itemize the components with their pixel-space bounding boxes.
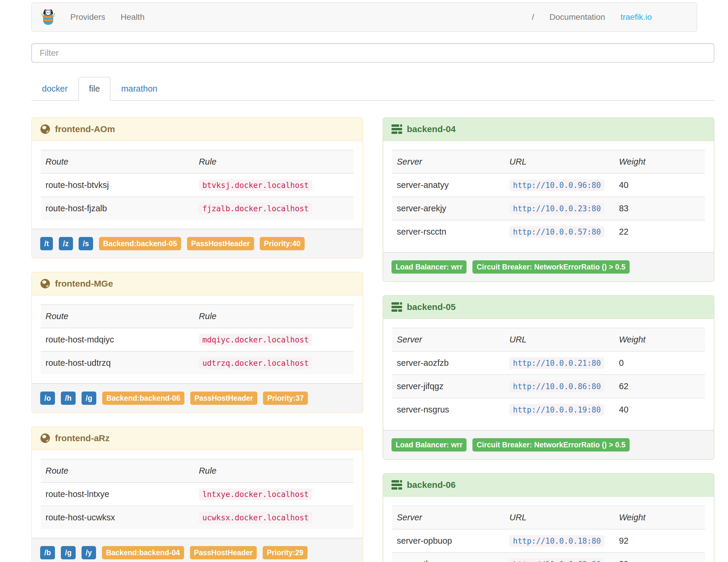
frontend-panel-heading: frontend-AOm: [32, 118, 363, 141]
tab-marathon[interactable]: marathon: [111, 77, 168, 101]
backend-badge: Backend:backend-04: [102, 546, 184, 559]
col-route: Route: [41, 305, 194, 328]
server-weight: 0: [614, 351, 705, 375]
server-weight: 22: [614, 220, 705, 243]
route-path-badge: /h: [61, 392, 76, 405]
server-weight: 29: [614, 553, 705, 562]
frontend-route-row: route-host-ucwksx ucwksx.docker.localhos…: [41, 506, 354, 529]
rule-value: mdqiyc.docker.localhost: [199, 334, 312, 346]
priority-badge: Priority:40: [260, 237, 305, 250]
traefik-site-link[interactable]: traefik.io: [620, 12, 652, 22]
tab-content: frontend-AOm Route Rule route-host-btvks…: [31, 117, 714, 562]
frontend-panel-footer: /t /z /s Backend:backend-05 PassHostHead…: [32, 229, 363, 258]
backend-server-row: server-aozfzb http://10.0.0.21:80 0: [392, 351, 705, 375]
navbar: Providers Health / Documentation traefik…: [31, 2, 697, 32]
server-tasks-icon: [391, 480, 402, 490]
route-name: route-host-fjzalb: [41, 197, 194, 220]
server-name: server-opbuop: [392, 529, 505, 553]
server-weight: 92: [614, 529, 705, 553]
col-weight: Weight: [614, 328, 705, 351]
col-url: URL: [505, 328, 614, 351]
table-header-row: Route Rule: [41, 150, 354, 173]
circuit-breaker-badge: Circuit Breaker: NetworkErrorRatio () > …: [472, 260, 630, 274]
backend-server-row: server-anatyy http://10.0.0.96:80 40: [392, 173, 705, 197]
nav-providers-link[interactable]: Providers: [70, 12, 105, 22]
server-weight: 40: [614, 173, 705, 197]
globe-icon: [40, 433, 50, 443]
priority-badge: Priority:37: [263, 392, 308, 405]
root-path-link[interactable]: /: [532, 12, 534, 22]
load-balancer-badge: Load Balancer: wrr: [391, 438, 467, 451]
backend-server-row: server-rscctn http://10.0.0.57:80 22: [392, 220, 705, 243]
route-path-badge: /g: [82, 392, 96, 405]
frontend-panel-footer: /b /g /y Backend:backend-04 PassHostHead…: [32, 538, 363, 562]
col-rule: Rule: [194, 459, 354, 483]
route-name: route-host-btvksj: [41, 173, 194, 197]
rule-value: udtrzq.docker.localhost: [199, 357, 312, 369]
passhostheader-badge: PassHostHeader: [190, 392, 257, 405]
route-path-badge: /o: [40, 392, 55, 405]
rule-value: ucwksx.docker.localhost: [199, 512, 312, 524]
col-weight: Weight: [614, 150, 705, 173]
backend-server-row: server-arekjy http://10.0.0.23:80 83: [392, 197, 705, 220]
frontend-route-row: route-host-btvksj btvksj.docker.localhos…: [41, 173, 354, 197]
route-path-badge: /s: [79, 237, 93, 250]
traefik-logo-icon[interactable]: [41, 9, 55, 25]
backend-title: backend-05: [407, 302, 456, 312]
rule-value: fjzalb.docker.localhost: [199, 203, 312, 215]
routes-table: Route Rule route-host-lntxye lntxye.dock…: [41, 459, 354, 529]
circuit-breaker-badge: Circuit Breaker: NetworkErrorRatio () > …: [472, 438, 630, 451]
server-url-link[interactable]: http://10.0.0.23:80: [509, 203, 604, 215]
backend-title: backend-04: [407, 124, 456, 134]
server-url-link[interactable]: http://10.0.0.86:80: [509, 381, 604, 392]
server-url-link[interactable]: http://10.0.0.19:80: [509, 404, 604, 416]
frontend-panel: frontend-MGe Route Rule route-host-mdqiy…: [31, 272, 363, 413]
frontend-panel: frontend-aRz Route Rule route-host-lntxy…: [31, 426, 363, 562]
route-name: route-host-lntxye: [41, 483, 194, 506]
col-server: Server: [392, 328, 505, 351]
nav-health-link[interactable]: Health: [121, 12, 144, 22]
frontend-panel: frontend-AOm Route Rule route-host-btvks…: [31, 117, 363, 259]
routes-table: Route Rule route-host-btvksj btvksj.dock…: [41, 150, 354, 220]
backend-panel: backend-06 Server URL Weight server-opbu…: [383, 473, 714, 562]
frontend-title: frontend-aRz: [55, 433, 110, 443]
servers-table: Server URL Weight server-aozfzb http://1…: [392, 328, 705, 421]
tab-file[interactable]: file: [78, 77, 111, 101]
col-url: URL: [505, 150, 614, 173]
col-rule: Rule: [194, 150, 354, 173]
backend-panel-heading: backend-06: [383, 474, 714, 497]
backend-panel: backend-05 Server URL Weight server-aozf…: [383, 295, 714, 460]
server-name: server-anatyy: [392, 173, 505, 197]
frontend-route-row: route-host-mdqiyc mdqiyc.docker.localhos…: [41, 328, 354, 351]
frontends-column: frontend-AOm Route Rule route-host-btvks…: [31, 117, 363, 562]
server-weight: 40: [614, 398, 705, 421]
route-name: route-host-ucwksx: [41, 506, 194, 529]
route-path-badge: /g: [61, 546, 76, 559]
frontend-title: frontend-MGe: [55, 279, 113, 289]
col-rule: Rule: [194, 305, 354, 328]
passhostheader-badge: PassHostHeader: [187, 237, 254, 250]
frontend-route-row: route-host-udtrzq udtrzq.docker.localhos…: [41, 351, 354, 374]
frontend-route-row: route-host-lntxye lntxye.docker.localhos…: [41, 483, 354, 506]
server-name: server-rscctn: [392, 220, 505, 243]
tab-docker[interactable]: docker: [31, 77, 78, 101]
server-url-link[interactable]: http://10.0.0.18:80: [509, 535, 604, 547]
col-route: Route: [41, 150, 194, 173]
globe-icon: [40, 124, 50, 134]
server-tasks-icon: [391, 124, 402, 134]
backend-panel-heading: backend-05: [383, 296, 714, 319]
backend-badge: Backend:backend-06: [102, 392, 184, 405]
routes-table: Route Rule route-host-mdqiyc mdqiyc.dock…: [41, 304, 354, 374]
col-server: Server: [392, 506, 505, 529]
col-route: Route: [41, 459, 194, 483]
filter-input[interactable]: [31, 43, 714, 63]
server-url-link[interactable]: http://10.0.0.63:80: [509, 558, 604, 562]
server-url-link[interactable]: http://10.0.0.21:80: [509, 357, 604, 369]
filter-bar: [31, 43, 714, 63]
table-header-row: Route Rule: [41, 305, 354, 328]
server-url-link[interactable]: http://10.0.0.96:80: [509, 179, 604, 191]
frontend-route-row: route-host-fjzalb fjzalb.docker.localhos…: [41, 197, 354, 220]
server-tasks-icon: [391, 302, 402, 312]
documentation-link[interactable]: Documentation: [550, 12, 605, 22]
server-url-link[interactable]: http://10.0.0.57:80: [509, 226, 604, 238]
